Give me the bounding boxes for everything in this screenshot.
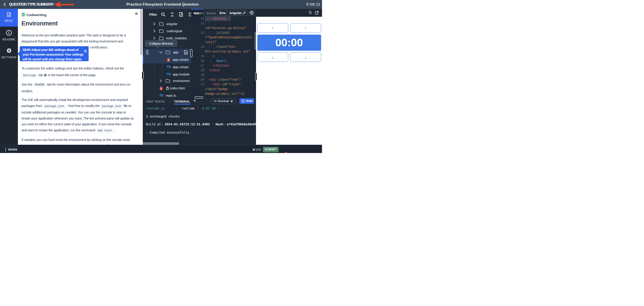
svg-text:5: 5: [160, 88, 162, 90]
svg-text:5: 5: [168, 59, 169, 61]
svg-text:{ }: { }: [22, 13, 24, 16]
svg-text:HTML: HTML: [168, 58, 170, 59]
svg-text:HTML: HTML: [160, 87, 162, 88]
